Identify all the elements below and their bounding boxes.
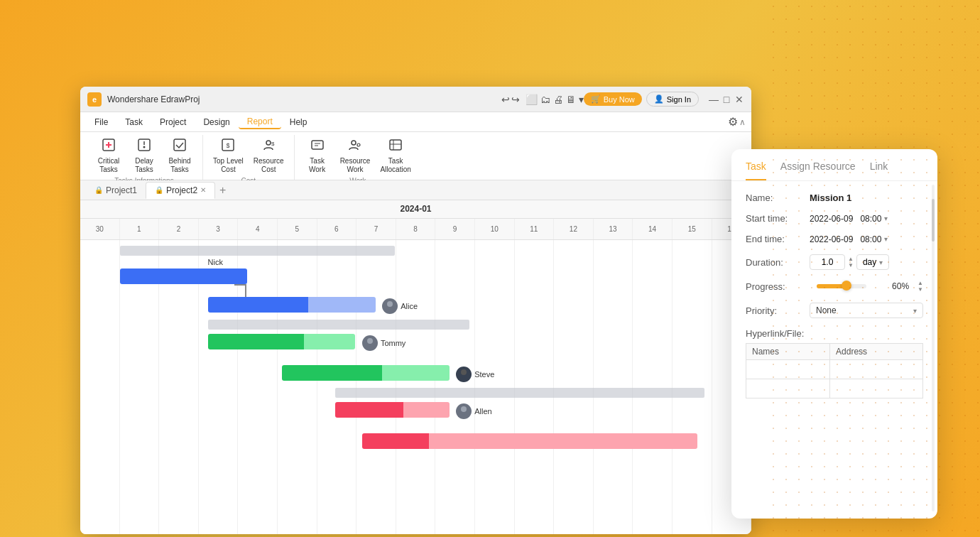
buy-now-button[interactable]: 🛒 Buy Now [584,92,642,106]
svg-point-14 [352,141,356,145]
start-time-dropdown-arrow[interactable]: ▾ [884,215,888,222]
duration-unit-dropdown[interactable]: day ▾ [856,254,889,270]
folder-icon[interactable]: 🗂 [540,94,550,105]
day-9: 9 [435,219,475,239]
panel-scrollbar[interactable] [932,185,935,511]
title-bar: e Wondershare EdrawProj ↩ ↪ ⬜ 🗂 🖨 🖥 ▾ 🛒 … [80,87,751,112]
tab-close-button[interactable]: ✕ [200,186,206,194]
allen-label: Allen [456,403,491,419]
duration-input[interactable] [810,254,845,270]
end-time-dropdown-arrow[interactable]: ▾ [884,235,888,243]
resource-cost-button[interactable]: $ ResourceCost [249,135,288,177]
top-level-cost-label: Top LevelCost [213,157,244,174]
save-icon[interactable]: ⬜ [526,94,538,105]
panel-tab-assign-resource[interactable]: Assign Resource [780,161,856,180]
critical-tasks-label: CriticalTasks [98,157,120,174]
end-time-value[interactable]: 08:00 [860,234,881,244]
bar-row9[interactable] [362,433,698,449]
tab-project2[interactable]: 🔒 Project2 ✕ [146,182,215,199]
priority-value: None [816,305,837,315]
task-allocation-button[interactable]: TaskAllocation [376,135,415,177]
top-level-cost-button[interactable]: $ Top LevelCost [209,135,248,177]
end-date-value[interactable]: 2022-06-09 [810,234,853,244]
critical-tasks-button[interactable]: CriticalTasks [92,135,126,177]
hyperlink-col-names: Names [746,344,830,360]
hyperlink-table: Names Address [746,343,923,398]
top-level-cost-icon: $ [221,138,235,156]
priority-label: Priority: [746,305,810,316]
name-field-value: Mission 1 [810,192,923,203]
menu-report[interactable]: Report [239,115,281,129]
day-30: 30 [80,219,120,239]
duration-spin[interactable]: ▲▼ [848,256,854,268]
timeline-header: 2024-01 30 1 2 3 4 5 6 7 8 9 10 11 12 13… [80,200,751,240]
bar-steve[interactable] [282,365,450,381]
svg-rect-16 [390,140,401,150]
panel-tab-task[interactable]: Task [746,161,766,180]
name-row: Name: Mission 1 [746,192,923,203]
hyperlink-cell-address2[interactable] [830,379,923,398]
project2-lock-icon: 🔒 [155,186,163,194]
progress-label: Progress: [746,281,810,292]
panel-tabs: Task Assign Resource Link [731,149,937,181]
panel-tab-link[interactable]: Link [870,161,888,180]
priority-dropdown[interactable]: None ▾ [810,303,923,318]
undo-icon[interactable]: ↩ [501,94,510,105]
menu-help[interactable]: Help [281,116,316,129]
gantt-bars-area: Nick Alice [80,240,751,534]
behind-tasks-button[interactable]: BehindTasks [163,135,197,177]
settings-gear-icon[interactable]: ⚙ [728,115,738,129]
bar-row9-light [429,433,697,449]
hyperlink-section: Hyperlink/File: Names Address [746,328,923,398]
progress-thumb[interactable] [842,281,851,291]
more-icon[interactable]: ▾ [579,94,584,105]
progress-spin[interactable]: ▲▼ [918,280,923,293]
duration-label: Duration: [746,257,810,268]
hyperlink-cell-name2[interactable] [746,379,830,398]
delay-tasks-button[interactable]: DelayTasks [127,135,161,177]
hyperlink-cell-address[interactable] [830,360,923,379]
resource-work-button[interactable]: ResourceWork [336,135,375,177]
bar-alice[interactable] [208,297,376,313]
menu-project[interactable]: Project [151,116,195,129]
app-window: e Wondershare EdrawProj ↩ ↪ ⬜ 🗂 🖨 🖥 ▾ 🛒 … [80,87,751,534]
tab-add-button[interactable]: + [215,184,230,197]
duration-input-group: ▲▼ day ▾ [810,254,923,270]
task-work-label: TaskWork [309,157,325,174]
day-5: 5 [278,219,317,239]
start-time-value[interactable]: 08:00 [860,214,881,224]
right-panel: Task Assign Resource Link Name: Mission … [731,149,937,519]
minimize-button[interactable]: — [709,94,719,104]
end-time-input-group: 2022-06-09 08:00 ▾ [810,234,923,244]
task-work-button[interactable]: TaskWork [300,135,334,177]
print-icon[interactable]: 🖨 [553,94,563,105]
hyperlink-row-empty [746,360,923,379]
tab-project1[interactable]: 🔒 Project1 [86,183,146,198]
svg-rect-11 [312,141,323,149]
hyperlink-label: Hyperlink/File: [746,328,923,339]
bar-nick[interactable] [120,268,248,284]
start-time-row: Start time: 2022-06-09 08:00 ▾ [746,213,923,224]
end-time-row: End time: 2022-06-09 08:00 ▾ [746,234,923,244]
start-date-value[interactable]: 2022-06-09 [810,214,853,224]
menu-file[interactable]: File [86,116,116,129]
alice-label: Alice [382,298,418,314]
bar-tommy[interactable] [208,334,356,349]
redo-icon[interactable]: ↪ [511,94,520,105]
maximize-button[interactable]: □ [722,94,731,104]
svg-point-19 [387,301,393,307]
bar-allen[interactable] [335,402,450,418]
menu-task[interactable]: Task [116,116,151,129]
collapse-icon[interactable]: ∧ [739,117,746,127]
close-button[interactable]: ✕ [734,94,744,104]
monitor-icon[interactable]: 🖥 [566,94,576,105]
menu-design[interactable]: Design [195,116,238,129]
hyperlink-cell-name[interactable] [746,360,830,379]
panel-scrollbar-thumb[interactable] [932,199,935,242]
sign-in-button[interactable]: 👤 Sign In [646,92,699,107]
svg-point-22 [461,406,467,412]
progress-track[interactable] [817,284,866,288]
ribbon-group-tasks-info: CriticalTasks DelayTasks BehindTasks Tas… [86,135,203,180]
nick-name: Nick [208,258,223,266]
gantt-container: 2024-01 30 1 2 3 4 5 6 7 8 9 10 11 12 13… [80,200,751,534]
